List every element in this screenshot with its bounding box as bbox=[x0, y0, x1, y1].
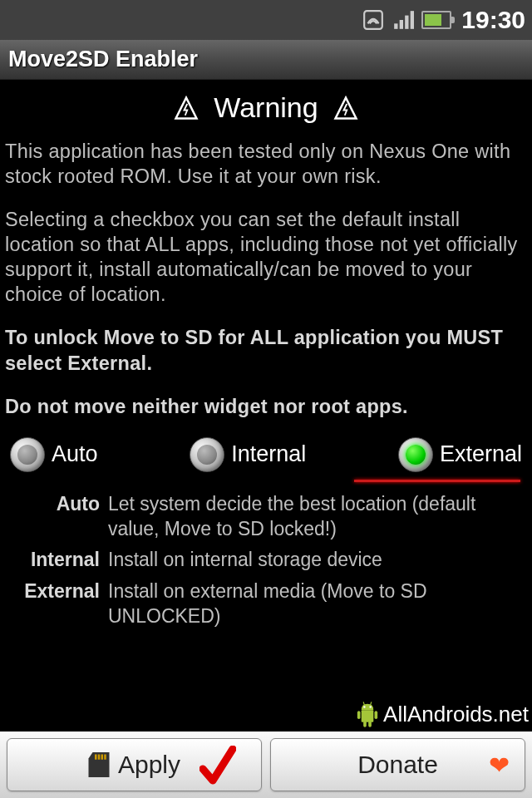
app-title: Move2SD Enabler bbox=[8, 47, 198, 72]
radio-internal[interactable]: Internal bbox=[190, 437, 306, 472]
svg-line-13 bbox=[371, 702, 372, 705]
clock: 19:30 bbox=[461, 6, 525, 34]
desc-internal-text: Install on internal storage device bbox=[108, 548, 527, 573]
svg-rect-3 bbox=[405, 16, 408, 29]
svg-rect-10 bbox=[363, 722, 367, 727]
svg-rect-2 bbox=[400, 20, 403, 29]
warning-header: Warning bbox=[5, 91, 527, 124]
radio-external-label: External bbox=[440, 441, 522, 467]
selection-underline bbox=[354, 480, 520, 482]
heart-icon: ❤ bbox=[489, 751, 510, 780]
radio-button-icon bbox=[10, 437, 45, 472]
svg-rect-5 bbox=[362, 710, 374, 722]
svg-rect-14 bbox=[95, 755, 97, 760]
radio-external[interactable]: External bbox=[398, 437, 522, 472]
android-icon bbox=[355, 700, 380, 728]
title-bar: Move2SD Enabler bbox=[0, 40, 532, 80]
radio-auto[interactable]: Auto bbox=[10, 437, 98, 472]
lightning-icon bbox=[174, 96, 199, 121]
desc-auto-label: Auto bbox=[5, 492, 108, 542]
button-bar: Apply Donate ❤ bbox=[0, 732, 532, 798]
watermark: AllAndroids.net bbox=[355, 700, 529, 728]
descriptions: Auto Let system decide the best location… bbox=[5, 492, 527, 629]
svg-point-6 bbox=[363, 706, 365, 707]
radio-group: Auto Internal External bbox=[5, 431, 527, 482]
battery-icon bbox=[421, 11, 451, 29]
desc-internal-label: Internal bbox=[5, 548, 108, 573]
content-area: Warning This application has been tested… bbox=[0, 80, 532, 629]
warning-heading: Warning bbox=[214, 91, 318, 124]
warning-p1: This application has been tested only on… bbox=[5, 139, 527, 189]
svg-line-12 bbox=[363, 702, 364, 705]
signal-icon bbox=[392, 8, 415, 32]
desc-row-auto: Auto Let system decide the best location… bbox=[5, 492, 527, 542]
svg-rect-1 bbox=[394, 23, 397, 29]
radio-button-icon bbox=[190, 437, 224, 472]
apply-button[interactable]: Apply bbox=[7, 738, 262, 791]
sdcard-icon bbox=[88, 752, 110, 777]
svg-rect-4 bbox=[411, 11, 414, 29]
warning-p2: Selecting a checkbox you can set the def… bbox=[5, 207, 527, 307]
checkmark-icon bbox=[200, 746, 236, 787]
watermark-text: AllAndroids.net bbox=[383, 702, 529, 727]
radio-internal-label: Internal bbox=[231, 441, 306, 467]
desc-external-label: External bbox=[5, 579, 108, 629]
desc-auto-text: Let system decide the best location (def… bbox=[108, 492, 527, 542]
svg-rect-17 bbox=[104, 755, 106, 760]
wifi-icon bbox=[362, 8, 385, 32]
radio-button-icon bbox=[398, 437, 433, 472]
svg-rect-8 bbox=[357, 711, 361, 719]
apply-label: Apply bbox=[118, 751, 180, 779]
svg-rect-11 bbox=[368, 722, 372, 727]
radio-auto-label: Auto bbox=[52, 441, 98, 467]
warning-p3: To unlock Move to SD for ALL application… bbox=[5, 325, 527, 375]
desc-external-text: Install on external media (Move to SD UN… bbox=[108, 579, 527, 629]
donate-button[interactable]: Donate ❤ bbox=[270, 738, 525, 791]
warning-p4: Do not move neither widget nor root apps… bbox=[5, 394, 527, 419]
svg-rect-15 bbox=[98, 755, 101, 760]
lightning-icon bbox=[333, 96, 358, 121]
desc-row-external: External Install on external media (Move… bbox=[5, 579, 527, 629]
desc-row-internal: Internal Install on internal storage dev… bbox=[5, 548, 527, 573]
donate-label: Donate bbox=[357, 751, 438, 779]
svg-rect-9 bbox=[375, 711, 378, 719]
svg-rect-16 bbox=[101, 755, 103, 760]
svg-point-7 bbox=[370, 706, 372, 707]
status-bar: 19:30 bbox=[0, 0, 532, 40]
